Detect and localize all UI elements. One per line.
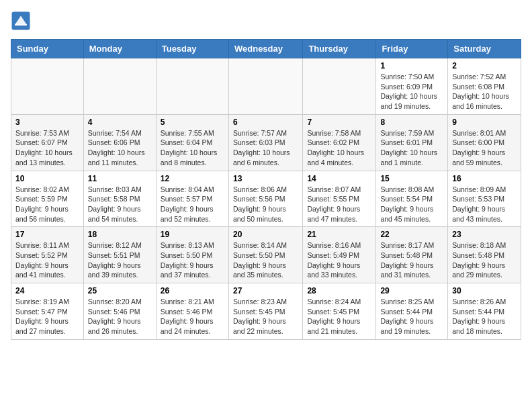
day-number: 3 xyxy=(15,118,79,127)
calendar-cell: 18Sunrise: 8:12 AM Sunset: 5:51 PM Dayli… xyxy=(83,227,156,283)
day-header-thursday: Thursday xyxy=(303,40,376,58)
day-number: 20 xyxy=(233,230,298,239)
calendar-cell: 2Sunrise: 7:52 AM Sunset: 6:08 PM Daylig… xyxy=(448,58,521,115)
calendar-week-row: 17Sunrise: 8:11 AM Sunset: 5:52 PM Dayli… xyxy=(11,227,521,283)
day-info: Sunrise: 8:06 AM Sunset: 5:56 PM Dayligh… xyxy=(233,185,298,224)
day-number: 9 xyxy=(452,118,517,127)
calendar-cell: 17Sunrise: 8:11 AM Sunset: 5:52 PM Dayli… xyxy=(11,227,84,283)
calendar-cell: 24Sunrise: 8:19 AM Sunset: 5:47 PM Dayli… xyxy=(11,283,84,340)
calendar-cell: 7Sunrise: 7:58 AM Sunset: 6:02 PM Daylig… xyxy=(303,114,376,171)
day-info: Sunrise: 7:57 AM Sunset: 6:03 PM Dayligh… xyxy=(233,128,298,168)
day-info: Sunrise: 7:55 AM Sunset: 6:04 PM Dayligh… xyxy=(161,128,224,168)
day-info: Sunrise: 7:54 AM Sunset: 6:06 PM Dayligh… xyxy=(88,128,152,168)
calendar-cell xyxy=(83,58,156,115)
calendar-cell xyxy=(156,58,228,115)
day-header-monday: Monday xyxy=(83,40,156,58)
day-info: Sunrise: 8:23 AM Sunset: 5:45 PM Dayligh… xyxy=(233,297,298,336)
calendar-cell: 25Sunrise: 8:20 AM Sunset: 5:46 PM Dayli… xyxy=(83,283,156,340)
calendar-cell: 16Sunrise: 8:09 AM Sunset: 5:53 PM Dayli… xyxy=(448,171,521,227)
day-info: Sunrise: 8:25 AM Sunset: 5:44 PM Dayligh… xyxy=(380,297,443,336)
day-info: Sunrise: 8:02 AM Sunset: 5:59 PM Dayligh… xyxy=(15,185,79,224)
logo-icon xyxy=(11,11,31,31)
day-number: 27 xyxy=(233,286,298,295)
calendar-cell: 10Sunrise: 8:02 AM Sunset: 5:59 PM Dayli… xyxy=(11,171,84,227)
calendar-cell xyxy=(11,58,84,115)
day-info: Sunrise: 8:14 AM Sunset: 5:50 PM Dayligh… xyxy=(233,240,298,280)
day-header-wednesday: Wednesday xyxy=(228,40,302,58)
calendar-cell: 12Sunrise: 8:04 AM Sunset: 5:57 PM Dayli… xyxy=(156,171,228,227)
day-info: Sunrise: 8:04 AM Sunset: 5:57 PM Dayligh… xyxy=(161,185,224,224)
day-number: 22 xyxy=(380,230,443,239)
day-number: 11 xyxy=(88,174,152,183)
calendar-week-row: 10Sunrise: 8:02 AM Sunset: 5:59 PM Dayli… xyxy=(11,171,521,227)
calendar-cell: 27Sunrise: 8:23 AM Sunset: 5:45 PM Dayli… xyxy=(228,283,302,340)
calendar-cell: 22Sunrise: 8:17 AM Sunset: 5:48 PM Dayli… xyxy=(376,227,448,283)
day-number: 12 xyxy=(161,174,224,183)
day-number: 18 xyxy=(88,230,152,239)
day-number: 28 xyxy=(307,286,371,295)
calendar-cell: 6Sunrise: 7:57 AM Sunset: 6:03 PM Daylig… xyxy=(228,114,302,171)
calendar-cell: 26Sunrise: 8:21 AM Sunset: 5:46 PM Dayli… xyxy=(156,283,228,340)
day-number: 14 xyxy=(307,174,371,183)
day-number: 23 xyxy=(452,230,517,239)
day-number: 1 xyxy=(380,61,443,71)
day-header-friday: Friday xyxy=(376,40,448,58)
day-number: 15 xyxy=(380,174,443,183)
calendar-cell: 3Sunrise: 7:53 AM Sunset: 6:07 PM Daylig… xyxy=(11,114,84,171)
calendar-cell: 13Sunrise: 8:06 AM Sunset: 5:56 PM Dayli… xyxy=(228,171,302,227)
day-info: Sunrise: 8:16 AM Sunset: 5:49 PM Dayligh… xyxy=(307,240,371,280)
day-info: Sunrise: 8:07 AM Sunset: 5:55 PM Dayligh… xyxy=(307,185,371,224)
day-info: Sunrise: 7:58 AM Sunset: 6:02 PM Dayligh… xyxy=(307,128,371,168)
day-number: 16 xyxy=(452,174,517,183)
calendar-cell: 4Sunrise: 7:54 AM Sunset: 6:06 PM Daylig… xyxy=(83,114,156,171)
day-info: Sunrise: 8:26 AM Sunset: 5:44 PM Dayligh… xyxy=(452,297,517,336)
day-header-tuesday: Tuesday xyxy=(156,40,228,58)
day-number: 10 xyxy=(15,174,79,183)
day-number: 30 xyxy=(452,286,517,295)
day-info: Sunrise: 7:53 AM Sunset: 6:07 PM Dayligh… xyxy=(15,128,79,168)
calendar-cell: 14Sunrise: 8:07 AM Sunset: 5:55 PM Dayli… xyxy=(303,171,376,227)
day-header-sunday: Sunday xyxy=(11,40,84,58)
day-info: Sunrise: 8:01 AM Sunset: 6:00 PM Dayligh… xyxy=(452,128,517,168)
calendar-cell xyxy=(228,58,302,115)
calendar-cell: 28Sunrise: 8:24 AM Sunset: 5:45 PM Dayli… xyxy=(303,283,376,340)
calendar-cell: 21Sunrise: 8:16 AM Sunset: 5:49 PM Dayli… xyxy=(303,227,376,283)
day-number: 29 xyxy=(380,286,443,295)
calendar-table: SundayMondayTuesdayWednesdayThursdayFrid… xyxy=(11,39,521,340)
day-info: Sunrise: 8:11 AM Sunset: 5:52 PM Dayligh… xyxy=(15,240,79,280)
day-number: 5 xyxy=(161,118,224,127)
calendar-week-row: 3Sunrise: 7:53 AM Sunset: 6:07 PM Daylig… xyxy=(11,114,521,171)
day-info: Sunrise: 8:12 AM Sunset: 5:51 PM Dayligh… xyxy=(88,240,152,280)
calendar-cell: 30Sunrise: 8:26 AM Sunset: 5:44 PM Dayli… xyxy=(448,283,521,340)
calendar-cell: 8Sunrise: 7:59 AM Sunset: 6:01 PM Daylig… xyxy=(376,114,448,171)
calendar-cell: 9Sunrise: 8:01 AM Sunset: 6:00 PM Daylig… xyxy=(448,114,521,171)
day-info: Sunrise: 8:09 AM Sunset: 5:53 PM Dayligh… xyxy=(452,185,517,224)
day-number: 19 xyxy=(161,230,224,239)
day-number: 26 xyxy=(161,286,224,295)
day-number: 25 xyxy=(88,286,152,295)
day-number: 2 xyxy=(452,61,517,71)
calendar-cell: 1Sunrise: 7:50 AM Sunset: 6:09 PM Daylig… xyxy=(376,58,448,115)
day-info: Sunrise: 8:19 AM Sunset: 5:47 PM Dayligh… xyxy=(15,297,79,336)
day-number: 24 xyxy=(15,286,79,295)
page-header xyxy=(11,11,521,31)
day-number: 13 xyxy=(233,174,298,183)
day-number: 4 xyxy=(88,118,152,127)
day-info: Sunrise: 8:21 AM Sunset: 5:46 PM Dayligh… xyxy=(161,297,224,336)
calendar-header-row: SundayMondayTuesdayWednesdayThursdayFrid… xyxy=(11,40,521,58)
calendar-cell: 23Sunrise: 8:18 AM Sunset: 5:48 PM Dayli… xyxy=(448,227,521,283)
calendar-cell: 29Sunrise: 8:25 AM Sunset: 5:44 PM Dayli… xyxy=(376,283,448,340)
calendar-cell: 20Sunrise: 8:14 AM Sunset: 5:50 PM Dayli… xyxy=(228,227,302,283)
day-number: 21 xyxy=(307,230,371,239)
logo xyxy=(11,11,34,31)
day-info: Sunrise: 8:17 AM Sunset: 5:48 PM Dayligh… xyxy=(380,240,443,280)
calendar-cell: 5Sunrise: 7:55 AM Sunset: 6:04 PM Daylig… xyxy=(156,114,228,171)
calendar-cell: 15Sunrise: 8:08 AM Sunset: 5:54 PM Dayli… xyxy=(376,171,448,227)
day-info: Sunrise: 7:59 AM Sunset: 6:01 PM Dayligh… xyxy=(380,128,443,168)
day-number: 6 xyxy=(233,118,298,127)
calendar-week-row: 24Sunrise: 8:19 AM Sunset: 5:47 PM Dayli… xyxy=(11,283,521,340)
calendar-cell: 11Sunrise: 8:03 AM Sunset: 5:58 PM Dayli… xyxy=(83,171,156,227)
day-number: 7 xyxy=(307,118,371,127)
day-number: 17 xyxy=(15,230,79,239)
day-info: Sunrise: 7:52 AM Sunset: 6:08 PM Dayligh… xyxy=(452,72,517,111)
